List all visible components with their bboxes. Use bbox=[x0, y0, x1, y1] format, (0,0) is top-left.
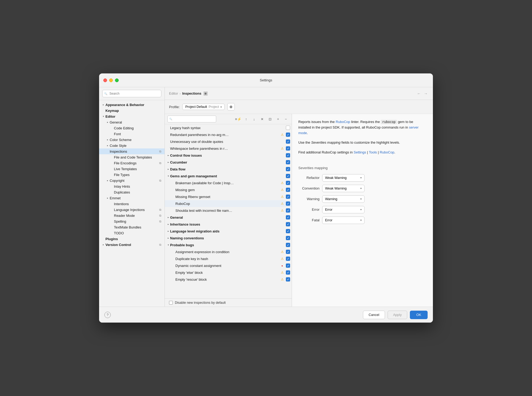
sidebar-item-color-scheme[interactable]: Color Scheme bbox=[99, 137, 165, 143]
disable-new-checkbox[interactable] bbox=[169, 301, 173, 305]
sidebar-item-todo[interactable]: TODO bbox=[99, 230, 165, 236]
inspection-row-unnecessary-quotes[interactable]: Unnecessary use of double quotes bbox=[165, 138, 292, 145]
check-data-flow[interactable] bbox=[286, 167, 290, 171]
inspection-row-data-flow[interactable]: Data flow bbox=[165, 166, 292, 173]
sidebar-item-keymap[interactable]: Keymap bbox=[99, 108, 165, 113]
cancel-button[interactable]: Cancel bbox=[363, 311, 385, 319]
check-missing-rbenv[interactable] bbox=[286, 195, 290, 199]
check-control-flow[interactable] bbox=[286, 153, 290, 157]
check-probable-bugs[interactable] bbox=[286, 243, 290, 247]
inspection-row-shoulda-test[interactable]: Shoulda test with incorrect file nam… bbox=[165, 207, 292, 214]
check-whitespace-before[interactable] bbox=[286, 146, 290, 151]
check-shoulda-test[interactable] bbox=[286, 208, 290, 213]
severity-select-refactor[interactable]: Weak Warning▾ bbox=[322, 174, 365, 182]
sidebar-item-textmate-bundles[interactable]: TextMate Bundles bbox=[99, 224, 165, 230]
close-button[interactable] bbox=[103, 78, 107, 82]
check-dynamic-const[interactable] bbox=[286, 263, 290, 268]
inspection-row-naming-conventions[interactable]: Naming conventions bbox=[165, 235, 292, 241]
sidebar-item-language-injections[interactable]: Language Injections bbox=[99, 207, 165, 213]
inspection-row-empty-rescue[interactable]: Empty 'rescue' block bbox=[165, 276, 292, 283]
collapse-button[interactable]: ✕ bbox=[259, 116, 265, 122]
inspection-row-language-migration[interactable]: Language level migration aids bbox=[165, 228, 292, 235]
check-assignment-expr[interactable] bbox=[286, 250, 290, 254]
sidebar-item-appearance[interactable]: Appearance & Behavior bbox=[99, 102, 165, 108]
sidebar-item-copyright[interactable]: Copyright bbox=[99, 178, 165, 183]
inspection-row-redundant-parens[interactable]: Redundant parentheses in no-arg m… bbox=[165, 131, 292, 138]
inspection-row-gems-management[interactable]: Gems and gem management bbox=[165, 173, 292, 179]
sidebar-item-font[interactable]: Font bbox=[99, 131, 165, 137]
inspection-row-empty-else[interactable]: Empty 'else' block bbox=[165, 269, 292, 276]
sidebar-item-plugins[interactable]: Plugins bbox=[99, 236, 165, 242]
profile-select[interactable]: Project Default Project ▾ bbox=[182, 104, 225, 110]
sidebar-item-emmet[interactable]: Emmet bbox=[99, 195, 165, 201]
nav-back-button[interactable]: ← bbox=[416, 91, 422, 96]
severity-select-convention[interactable]: Weak Warning▾ bbox=[322, 185, 365, 192]
maximize-button[interactable] bbox=[115, 78, 119, 82]
check-cucumber[interactable] bbox=[286, 160, 290, 164]
check-legacy-hash[interactable] bbox=[286, 126, 290, 130]
breadcrumb-parent[interactable]: Editor bbox=[169, 91, 178, 95]
check-naming-conventions[interactable] bbox=[286, 236, 290, 240]
remove-button[interactable]: − bbox=[283, 116, 289, 122]
check-inheritance-issues[interactable] bbox=[286, 222, 290, 226]
check-rubocop[interactable] bbox=[286, 201, 290, 206]
check-gems-management[interactable] bbox=[286, 174, 290, 178]
sidebar-item-version-control[interactable]: Version Control bbox=[99, 242, 165, 248]
inspection-row-missing-gem[interactable]: Missing gem bbox=[165, 186, 292, 193]
inspection-row-control-flow[interactable]: Control flow issues bbox=[165, 152, 292, 159]
inspection-row-assignment-expr[interactable]: Assignment expression in condition bbox=[165, 248, 292, 255]
sidebar-item-file-encodings[interactable]: File Encodings bbox=[99, 160, 165, 166]
inspection-row-cucumber[interactable]: Cucumber bbox=[165, 159, 292, 166]
check-brakeman[interactable] bbox=[286, 181, 290, 185]
sidebar-item-general[interactable]: General bbox=[99, 119, 165, 125]
apply-button[interactable]: Apply bbox=[388, 311, 407, 319]
filter-input[interactable] bbox=[167, 116, 216, 122]
inspection-row-whitespace-before[interactable]: Whitespace before parentheses in r… bbox=[165, 145, 292, 152]
check-duplicate-key[interactable] bbox=[286, 257, 290, 261]
desc-link-rubocop[interactable]: RuboCop bbox=[336, 120, 350, 124]
inspection-row-probable-bugs[interactable]: Probable bugs bbox=[165, 241, 292, 248]
add-button[interactable]: ＋ bbox=[275, 116, 281, 122]
inspection-row-inheritance-issues[interactable]: Inheritance issues bbox=[165, 221, 292, 228]
inspection-row-general[interactable]: General bbox=[165, 214, 292, 221]
sidebar-item-code-editing[interactable]: Code Editing bbox=[99, 125, 165, 131]
sidebar-item-intentions[interactable]: Intentions bbox=[99, 201, 165, 207]
pin-icon[interactable]: ⊞ bbox=[203, 91, 208, 96]
check-missing-gem[interactable] bbox=[286, 188, 290, 192]
desc-link-tools[interactable]: Tools bbox=[369, 150, 377, 154]
sidebar-item-duplicates[interactable]: Duplicates bbox=[99, 189, 165, 195]
check-unnecessary-quotes[interactable] bbox=[286, 139, 290, 144]
sort-up-button[interactable]: ↑ bbox=[243, 116, 249, 122]
inspection-row-legacy-hash[interactable]: Legacy hash syntax bbox=[165, 124, 292, 131]
minimize-button[interactable] bbox=[109, 78, 113, 82]
inspection-row-rubocop[interactable]: RuboCop bbox=[165, 200, 292, 207]
sidebar-item-code-style[interactable]: Code Style bbox=[99, 143, 165, 148]
sidebar-item-live-templates[interactable]: Live Templates bbox=[99, 166, 165, 172]
sidebar-item-spelling[interactable]: Spelling bbox=[99, 218, 165, 224]
ok-button[interactable]: OK bbox=[410, 311, 428, 319]
check-empty-else[interactable] bbox=[286, 270, 290, 275]
sidebar-item-inlay-hints[interactable]: Inlay Hints bbox=[99, 183, 165, 189]
inspection-row-duplicate-key[interactable]: Duplicate key in hash bbox=[165, 255, 292, 262]
sort-down-button[interactable]: ↓ bbox=[251, 116, 257, 122]
severity-select-error[interactable]: Error▾ bbox=[322, 206, 365, 213]
sidebar-item-inspections[interactable]: Inspections bbox=[99, 148, 165, 154]
check-language-migration[interactable] bbox=[286, 229, 290, 233]
inspection-row-dynamic-const[interactable]: Dynamic constant assignment bbox=[165, 262, 292, 269]
check-empty-rescue[interactable] bbox=[286, 277, 290, 281]
severity-select-warning[interactable]: Warning▾ bbox=[322, 195, 365, 203]
sidebar-item-file-types[interactable]: File Types bbox=[99, 172, 165, 178]
desc-link-settings[interactable]: Settings bbox=[354, 150, 366, 154]
profile-gear-button[interactable]: ⚙ bbox=[227, 103, 235, 111]
sidebar-search-input[interactable] bbox=[102, 90, 161, 97]
sidebar-item-file-code-templates[interactable]: File and Code Templates bbox=[99, 154, 165, 160]
inspection-row-missing-rbenv[interactable]: Missing Rbenv gemset bbox=[165, 193, 292, 200]
filter-button[interactable]: ≡⚡ bbox=[235, 116, 241, 122]
severity-select-fatal[interactable]: Error▾ bbox=[322, 217, 365, 224]
nav-forward-button[interactable]: → bbox=[423, 91, 429, 96]
check-redundant-parens[interactable] bbox=[286, 133, 290, 137]
check-general[interactable] bbox=[286, 215, 290, 219]
expand-button[interactable]: ⊡ bbox=[267, 116, 273, 122]
desc-link-rubocop2[interactable]: RuboCop bbox=[380, 150, 394, 154]
inspection-row-brakeman[interactable]: Brakeman (available for Code | Insp… bbox=[165, 179, 292, 186]
